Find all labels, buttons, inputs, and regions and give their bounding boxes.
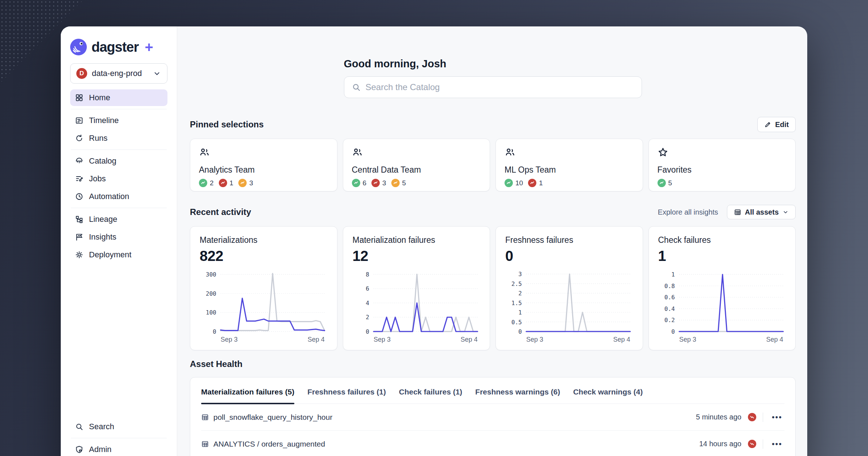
- catalog-search-input[interactable]: [366, 82, 634, 92]
- success-status-icon: [505, 179, 513, 187]
- pinned-card-title: Analytics Team: [199, 165, 328, 175]
- sidebar-item-label: Timeline: [89, 116, 119, 125]
- sidebar-item-admin[interactable]: Admin: [70, 441, 167, 456]
- chart-card-materialization-failures[interactable]: Materialization failures 12 02468Sep 3Se…: [343, 226, 490, 350]
- tab-check-warnings[interactable]: Check warnings (4): [573, 377, 643, 404]
- asset-row[interactable]: ANALYTICS / orders_augmented 14 hours ag…: [201, 431, 784, 456]
- chart-card-check-failures[interactable]: Check failures 1 00.20.40.60.81Sep 3Sep …: [648, 226, 796, 350]
- sidebar-item-search[interactable]: Search: [70, 418, 167, 435]
- svg-text:Sep 4: Sep 4: [307, 336, 324, 343]
- workspace-avatar: D: [76, 68, 87, 79]
- gear-icon: [75, 250, 84, 259]
- svg-text:0.2: 0.2: [664, 317, 675, 324]
- sidebar-item-label: Catalog: [89, 156, 116, 166]
- svg-text:2: 2: [518, 290, 522, 297]
- svg-text:Sep 4: Sep 4: [460, 336, 477, 343]
- svg-text:4: 4: [366, 300, 369, 307]
- brand-plus: +: [145, 39, 153, 55]
- chart-card-materializations[interactable]: Materializations 822 0100200300Sep 3Sep …: [190, 226, 337, 350]
- asset-name[interactable]: poll_snowflake_query_history_hour: [213, 413, 332, 422]
- pinned-card-title: ML Ops Team: [505, 165, 634, 175]
- asset-health-title: Asset Health: [190, 359, 242, 369]
- catalog-icon: [75, 157, 84, 165]
- svg-text:6: 6: [366, 285, 369, 292]
- tab-check-failures[interactable]: Check failures (1): [399, 377, 462, 404]
- success-status-icon: [199, 179, 207, 187]
- metric-value: 1: [658, 248, 786, 264]
- pinned-card-title: Central Data Team: [352, 165, 481, 175]
- svg-text:Sep 3: Sep 3: [374, 336, 391, 343]
- svg-text:3: 3: [518, 271, 522, 278]
- svg-text:Sep 4: Sep 4: [613, 336, 630, 343]
- sidebar-bottom-group: Search Admin: [70, 418, 167, 456]
- badge-count: 6: [363, 179, 367, 187]
- asset-status-badge-success: 6: [352, 179, 367, 187]
- catalog-search-bar[interactable]: [344, 76, 642, 98]
- success-status-icon: [658, 179, 666, 187]
- sidebar-item-lineage[interactable]: Lineage: [70, 211, 167, 228]
- asset-time: 5 minutes ago: [696, 413, 741, 421]
- sidebar-item-runs[interactable]: Runs: [70, 130, 167, 147]
- sidebar-item-label: Admin: [89, 445, 111, 454]
- row-menu-button[interactable]: •••: [770, 438, 784, 450]
- asset-status-badge-warning: 3: [238, 179, 253, 187]
- page-greeting: Good morning, Josh: [344, 58, 642, 70]
- pinned-card-ml-ops-team[interactable]: ML Ops Team 101: [495, 139, 643, 191]
- svg-text:300: 300: [206, 271, 216, 278]
- dagster-logo: dagster +: [70, 39, 167, 55]
- tab-freshness-warnings[interactable]: Freshness warnings (6): [475, 377, 560, 404]
- sidebar-item-timeline[interactable]: Timeline: [70, 112, 167, 129]
- jobs-icon: [75, 174, 84, 183]
- sidebar-item-automation[interactable]: Automation: [70, 188, 167, 205]
- svg-text:100: 100: [206, 309, 216, 316]
- sidebar-item-insights[interactable]: Insights: [70, 229, 167, 245]
- failure-status-icon: [748, 440, 756, 448]
- svg-text:Sep 4: Sep 4: [766, 336, 783, 343]
- sidebar-divider: [71, 109, 167, 109]
- star-icon: [658, 147, 668, 158]
- pinned-card-central-data-team[interactable]: Central Data Team 635: [343, 139, 490, 191]
- asset-status-badge-failure: 1: [528, 179, 543, 187]
- sidebar-item-home[interactable]: Home: [70, 89, 167, 106]
- sidebar-divider: [71, 149, 167, 150]
- svg-text:0: 0: [518, 328, 522, 335]
- workspace-selector[interactable]: D data-eng-prod: [70, 63, 167, 84]
- chart-card-freshness-failures[interactable]: Freshness failures 0 00.511.522.53Sep 3S…: [495, 226, 643, 350]
- pinned-card-analytics-team[interactable]: Analytics Team 213: [190, 139, 337, 191]
- asset-name[interactable]: ANALYTICS / orders_augmented: [213, 440, 325, 448]
- badge-count: 5: [402, 179, 406, 187]
- edit-pinned-button[interactable]: Edit: [757, 117, 796, 132]
- sidebar-item-catalog[interactable]: Catalog: [70, 153, 167, 169]
- all-assets-dropdown[interactable]: All assets: [727, 205, 796, 219]
- warning-status-icon: [391, 179, 400, 187]
- pencil-icon: [764, 121, 771, 128]
- pinned-card-favorites[interactable]: Favorites 5: [648, 139, 796, 191]
- asset-row[interactable]: poll_snowflake_query_history_hour 5 minu…: [201, 404, 784, 431]
- chevron-down-icon: [782, 209, 789, 215]
- row-divider: [763, 413, 763, 422]
- sidebar-item-label: Search: [89, 422, 114, 431]
- team-icon: [505, 147, 515, 158]
- svg-text:1: 1: [518, 309, 522, 316]
- tab-freshness-failures[interactable]: Freshness failures (1): [307, 377, 386, 404]
- failure-status-icon: [219, 179, 227, 187]
- status-badges: 213: [199, 179, 328, 187]
- sidebar-item-label: Insights: [89, 232, 116, 242]
- badge-count: 2: [210, 179, 214, 187]
- asset-status-badge-success: 5: [658, 179, 672, 187]
- team-icon: [199, 147, 210, 158]
- asset-status-badge-failure: 3: [371, 179, 386, 187]
- row-menu-button[interactable]: •••: [770, 411, 784, 423]
- svg-text:0.8: 0.8: [664, 283, 675, 290]
- sidebar-item-jobs[interactable]: Jobs: [70, 170, 167, 187]
- sidebar: dagster + D data-eng-prod Home Timeline …: [61, 26, 177, 456]
- sidebar-item-deployment[interactable]: Deployment: [70, 246, 167, 263]
- explore-all-insights-link[interactable]: Explore all insights: [658, 208, 718, 216]
- metric-value: 822: [200, 248, 328, 264]
- sidebar-divider: [71, 438, 167, 438]
- asset-time: 14 hours ago: [699, 440, 741, 448]
- tab-materialization-failures[interactable]: Materialization failures (5): [201, 377, 294, 404]
- check-failures-chart: 00.20.40.60.81Sep 3Sep 4: [658, 269, 786, 343]
- materializations-chart: 0100200300Sep 3Sep 4: [200, 269, 328, 343]
- recent-activity-title: Recent activity: [190, 207, 251, 217]
